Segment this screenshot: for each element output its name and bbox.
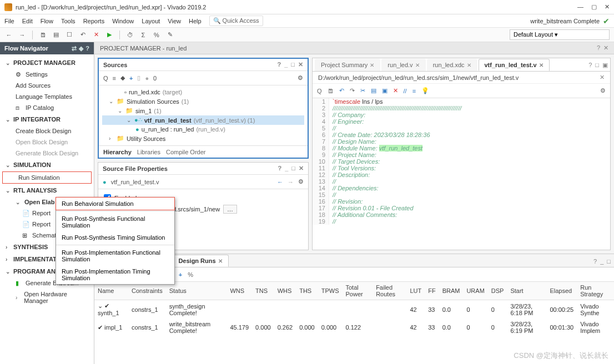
next-icon[interactable]: → — [288, 179, 294, 185]
tab-compile-order[interactable]: Compile Order — [166, 149, 206, 155]
close-icon[interactable]: ✕ — [218, 258, 223, 264]
add-icon[interactable]: + — [179, 271, 182, 278]
menu-reports[interactable]: Reports — [83, 18, 105, 24]
undo-icon[interactable]: ↶ — [78, 31, 87, 39]
run-icon[interactable]: ▶ — [105, 31, 114, 39]
delete-icon[interactable]: ✕ — [393, 87, 398, 94]
section-project-manager[interactable]: ⌄PROJECT MANAGER — [0, 57, 94, 69]
bulb-icon[interactable]: 💡 — [421, 87, 429, 94]
section-ip-integrator[interactable]: ⌄IP INTEGRATOR — [0, 113, 94, 125]
help-icon[interactable]: ? — [278, 165, 281, 172]
sources-tree[interactable]: ▫run_led.xdc (target) ⌄📁Simulation Sourc… — [99, 85, 308, 145]
forward-icon[interactable]: → — [18, 31, 27, 39]
menu-run-post-synth-func[interactable]: Run Post-Synthesis Functional Simulation — [56, 213, 174, 231]
comment-icon[interactable]: // — [404, 88, 407, 94]
section-rtl[interactable]: ⌄RTL ANALYSIS — [0, 184, 94, 196]
close-icon[interactable]: ✕ — [539, 62, 543, 68]
help-icon[interactable]: ? — [593, 258, 597, 265]
redo-icon[interactable]: ↷ — [350, 87, 355, 94]
help-icon[interactable]: ? — [588, 62, 592, 69]
paste-icon[interactable]: ☐ — [65, 31, 74, 39]
tab-libraries[interactable]: Libraries — [137, 149, 160, 155]
tree-u-run-led[interactable]: ●u_run_led : run_led (run_led.v) — [102, 125, 304, 134]
help-icon[interactable]: ? — [277, 61, 281, 68]
menu-window[interactable]: Window — [112, 18, 134, 24]
cancel-icon[interactable]: ✕ — [92, 31, 100, 39]
nav-create-block-design[interactable]: Create Block Design — [0, 125, 94, 136]
menu-run-post-impl-timing[interactable]: Run Post-Implementation Timing Simulatio… — [56, 265, 174, 284]
nav-open-hw-manager[interactable]: ›Open Hardware Manager — [0, 289, 94, 306]
tree-xdc[interactable]: ▫run_led.xdc (target) — [102, 88, 304, 97]
code-editor[interactable]: 1`timescale lns / lps2//////////////////… — [313, 98, 610, 250]
nav-lang-templates[interactable]: Language Templates — [0, 91, 94, 102]
layout-select[interactable]: Default Layout ▾ — [510, 29, 610, 40]
gear-icon[interactable]: ⚙ — [298, 74, 303, 82]
back-icon[interactable]: ← — [4, 31, 13, 39]
close-icon[interactable]: ✕ — [298, 61, 303, 68]
menu-edit[interactable]: Edit — [22, 18, 33, 24]
close-icon[interactable]: ✕ — [299, 165, 304, 172]
nav-collapse-icon[interactable]: ⇄ — [72, 45, 77, 52]
maximize-icon[interactable]: □ — [291, 61, 295, 68]
close-icon[interactable]: ✕ — [603, 44, 608, 52]
doc-icon[interactable]: ▯ — [137, 74, 140, 82]
nav-settings[interactable]: ⚙Settings — [0, 69, 94, 80]
search-icon[interactable]: Q — [317, 88, 322, 94]
minimize-icon[interactable]: _ — [284, 61, 288, 68]
maximize-button[interactable]: ▢ — [591, 3, 597, 11]
tree-test-file[interactable]: ⌄●∴vtf_run_led_test (vtf_run_led_test.v)… — [102, 115, 304, 125]
close-icon[interactable]: ✕ — [600, 74, 605, 81]
menu-tools[interactable]: Tools — [61, 18, 76, 24]
nav-pin-icon[interactable]: ◆ — [79, 45, 83, 52]
tab-design-runs[interactable]: Design Runs✕ — [172, 255, 228, 267]
maximize-icon[interactable]: □ — [607, 258, 611, 265]
browse-button[interactable]: … — [223, 205, 237, 214]
tab-run-led-xdc[interactable]: run_led.xdc✕ — [427, 59, 477, 71]
expand-icon[interactable]: ◆ — [120, 74, 125, 82]
maximize-icon[interactable]: □ — [291, 165, 295, 172]
minimize-button[interactable]: — — [577, 3, 583, 11]
minimize-icon[interactable]: _ — [285, 165, 288, 172]
nav-ip-catalog[interactable]: ⧈IP Catalog — [0, 102, 94, 113]
copy-icon[interactable]: ▤ — [371, 87, 376, 94]
menu-layout[interactable]: Layout — [142, 18, 160, 24]
undo-icon[interactable]: ↶ — [339, 87, 344, 94]
search-icon[interactable]: Q — [103, 75, 108, 82]
close-icon[interactable]: ✕ — [415, 62, 420, 68]
collapse-icon[interactable]: ≡ — [113, 75, 116, 82]
menu-help[interactable]: Help — [189, 18, 202, 24]
tab-project-summary[interactable]: Project Summary✕ — [315, 59, 380, 71]
indent-icon[interactable]: ≡ — [412, 88, 416, 94]
gear-icon[interactable]: ⚙ — [600, 87, 606, 94]
percent-icon[interactable]: % — [152, 31, 161, 39]
tool-icon[interactable]: ✎ — [165, 31, 174, 39]
tree-utility[interactable]: ›📁Utility Sources — [102, 134, 304, 143]
maximize-icon[interactable]: □ — [595, 62, 599, 69]
time-icon[interactable]: ⏱ — [125, 31, 134, 39]
section-simulation[interactable]: ⌄SIMULATION — [0, 159, 94, 171]
percent-icon[interactable]: % — [188, 271, 193, 278]
tab-vtf-test[interactable]: vtf_run_led_test.v✕ — [479, 59, 550, 71]
menu-run-post-impl-func[interactable]: Run Post-Implementation Functional Simul… — [56, 246, 174, 265]
close-icon[interactable]: ✕ — [370, 62, 374, 68]
quick-access[interactable]: 🔍Quick Access — [209, 16, 263, 26]
tree-sim1[interactable]: ⌄📁sim_1 (1) — [102, 106, 304, 115]
prev-icon[interactable]: ← — [277, 179, 283, 185]
paste-icon[interactable]: ▣ — [382, 87, 387, 94]
menu-run-behavioral[interactable]: Run Behavioral Simulation — [56, 197, 175, 210]
copy-icon[interactable]: ▤ — [52, 31, 61, 39]
save-icon[interactable]: 🖺 — [328, 88, 334, 94]
tab-run-led-v[interactable]: run_led.v✕ — [381, 59, 425, 71]
minimize-icon[interactable]: _ — [600, 258, 603, 265]
cut-icon[interactable]: ✂ — [360, 87, 365, 94]
menu-flow[interactable]: Flow — [41, 18, 53, 24]
menu-run-post-synth-timing[interactable]: Run Post-Synthesis Timing Simulation — [56, 231, 174, 244]
save-icon[interactable]: 🖺 — [38, 31, 47, 39]
help-icon[interactable]: ? — [597, 44, 600, 52]
add-icon[interactable]: + — [129, 75, 133, 82]
nav-help-icon[interactable]: ? — [85, 45, 89, 52]
nav-run-simulation[interactable]: Run Simulation — [3, 172, 91, 183]
sigma-icon[interactable]: Σ — [139, 31, 148, 39]
tree-sim-sources[interactable]: ⌄📁Simulation Sources (1) — [102, 97, 304, 106]
nav-add-sources[interactable]: Add Sources — [0, 80, 94, 91]
